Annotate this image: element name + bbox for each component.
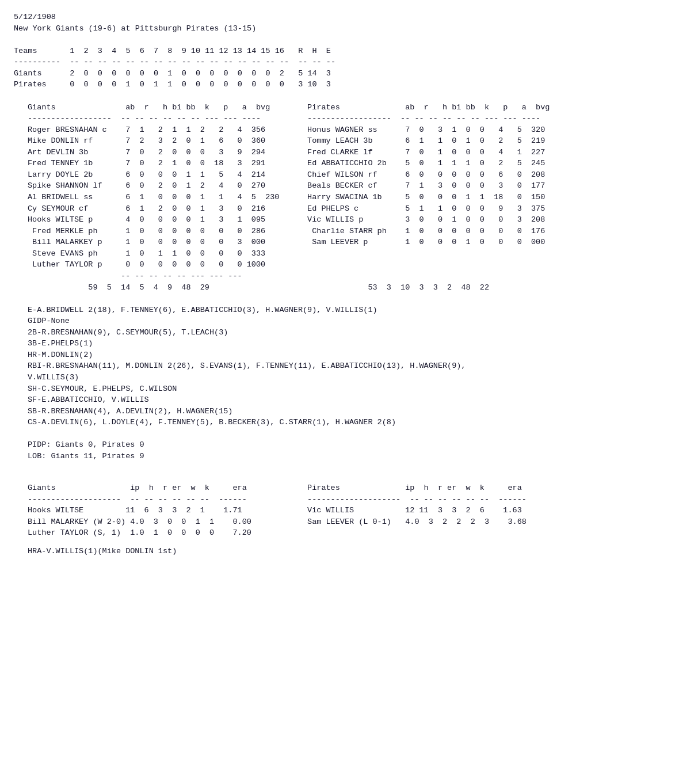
game-notes: E-A.BRIDWELL 2(18), F.TENNEY(6), E.ABBAT… bbox=[28, 305, 651, 462]
pitching-section: Giants ip h r er w k era Pirates ip h r … bbox=[14, 471, 665, 539]
notes-section: E-A.BRIDWELL 2(18), F.TENNEY(6), E.ABBAT… bbox=[14, 293, 665, 462]
batting-table: Giants ab r h bi bb k p a bvg Pirates ab… bbox=[28, 90, 651, 293]
pitching-table: Giants ip h r er w k era Pirates ip h r … bbox=[28, 482, 651, 539]
batting-section: Giants ab r h bi bb k p a bvg Pirates ab… bbox=[14, 90, 665, 293]
hra-section: HRA-V.WILLIS(1)(Mike DONLIN 1st) bbox=[14, 546, 665, 557]
scorebox: 5/12/1908 New York Giants (19-6) at Pitt… bbox=[14, 12, 665, 90]
